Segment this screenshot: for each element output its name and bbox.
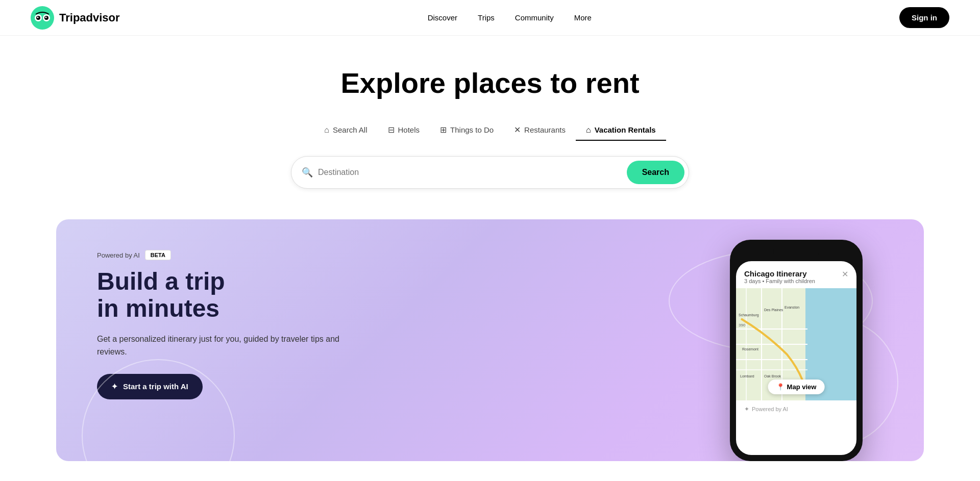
ai-banner-content: Powered by AI BETA Build a trip in minut… [97, 245, 352, 399]
svg-text:Rosemont: Rosemont [742, 347, 758, 351]
beta-badge: BETA [145, 250, 171, 260]
search-icon: 🔍 [302, 167, 313, 178]
home-icon: ⌂ [324, 125, 329, 135]
map-area: 390 Schaumburg Des Plaines Evanston Rose… [736, 288, 856, 400]
ai-banner-title: Build a trip in minutes [97, 268, 352, 322]
svg-point-5 [37, 16, 39, 18]
rental-icon: ⌂ [586, 125, 591, 135]
map-pin-icon: 📍 [776, 383, 785, 391]
svg-text:Schaumburg: Schaumburg [739, 313, 759, 317]
svg-text:Des Plaines: Des Plaines [764, 308, 783, 312]
category-tabs: ⌂ Search All ⊟ Hotels ⊞ Things to Do ✕ R… [10, 120, 970, 141]
nav-community[interactable]: Community [515, 13, 554, 22]
close-icon[interactable]: ✕ [842, 269, 848, 279]
ai-powered-icon: ✦ [744, 406, 749, 413]
svg-text:Evanston: Evanston [785, 306, 799, 309]
logo-icon [31, 6, 54, 30]
main-nav: Discover Trips Community More [428, 13, 592, 22]
ai-banner: Powered by AI BETA Build a trip in minut… [56, 219, 924, 461]
svg-point-6 [45, 16, 47, 18]
itinerary-subtitle: 3 days • Family with children [744, 278, 815, 284]
svg-point-0 [31, 6, 54, 30]
powered-by-text: Powered by AI [97, 251, 140, 259]
sign-in-button[interactable]: Sign in [899, 7, 949, 28]
tab-vacation-rentals[interactable]: ⌂ Vacation Rentals [576, 120, 666, 141]
phone-mockup-container: Chicago Itinerary 3 days • Family with c… [730, 240, 893, 461]
fork-icon: ✕ [514, 125, 521, 135]
nav-more[interactable]: More [574, 13, 592, 22]
itinerary-title: Chicago Itinerary [744, 269, 815, 278]
powered-by-row: Powered by AI BETA [97, 250, 352, 260]
hero-section: Explore places to rent ⌂ Search All ⊟ Ho… [0, 36, 980, 219]
logo[interactable]: Tripadvisor [31, 6, 120, 30]
ai-sparkle-icon: ✦ [111, 382, 118, 391]
phone-mockup: Chicago Itinerary 3 days • Family with c… [730, 240, 863, 461]
activities-icon: ⊞ [440, 125, 447, 135]
nav-trips[interactable]: Trips [478, 13, 495, 22]
hero-title: Explore places to rent [10, 66, 970, 99]
phone-screen: Chicago Itinerary 3 days • Family with c… [736, 261, 856, 455]
tab-things-to-do[interactable]: ⊞ Things to Do [430, 120, 504, 141]
svg-text:Oak Brook: Oak Brook [764, 374, 781, 378]
search-button[interactable]: Search [627, 161, 684, 184]
bed-icon: ⊟ [388, 125, 395, 135]
phone-footer: ✦ Powered by AI [736, 400, 856, 418]
svg-text:Lombard: Lombard [740, 374, 754, 378]
destination-input[interactable] [318, 168, 627, 177]
svg-text:390: 390 [739, 323, 746, 327]
header: Tripadvisor Discover Trips Community Mor… [0, 0, 980, 36]
nav-discover[interactable]: Discover [428, 13, 457, 22]
ai-banner-description: Get a personalized itinerary just for yo… [97, 333, 352, 359]
tab-restaurants[interactable]: ✕ Restaurants [504, 120, 576, 141]
logo-text: Tripadvisor [59, 11, 120, 24]
itinerary-info: Chicago Itinerary 3 days • Family with c… [744, 269, 815, 284]
tab-hotels[interactable]: ⊟ Hotels [378, 120, 430, 141]
map-view-button[interactable]: 📍 Map view [768, 379, 825, 394]
search-bar: 🔍 Search [291, 156, 689, 189]
search-container: 🔍 Search [10, 156, 970, 189]
start-trip-button[interactable]: ✦ Start a trip with AI [97, 374, 203, 399]
phone-notch [773, 246, 819, 257]
banner-wrapper: Powered by AI BETA Build a trip in minut… [0, 219, 980, 481]
tab-search-all[interactable]: ⌂ Search All [314, 120, 377, 141]
phone-screen-header: Chicago Itinerary 3 days • Family with c… [736, 261, 856, 288]
